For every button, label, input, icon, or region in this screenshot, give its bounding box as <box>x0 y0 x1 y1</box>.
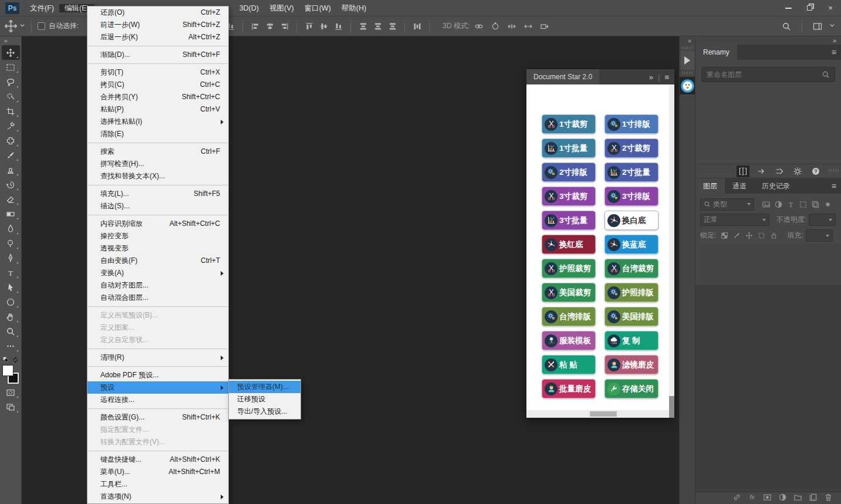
ds-button-batch-1in[interactable]: 1寸批量 <box>542 138 596 158</box>
menu-help[interactable]: 帮助(H) <box>336 4 371 12</box>
rename-layers-input[interactable]: 重命名图层 <box>701 67 835 82</box>
menu-item[interactable]: Adobe PDF 预设... <box>87 369 228 381</box>
menu-item[interactable]: 键盘快捷键...Alt+Shift+Ctrl+K <box>87 454 228 466</box>
menu-item[interactable]: 前进一步(W)Shift+Ctrl+Z <box>87 19 228 31</box>
expand-dock-icon[interactable]: » <box>833 37 836 44</box>
vertical-scrollbar[interactable] <box>669 84 674 410</box>
menu-item[interactable]: 粘贴(P)Ctrl+V <box>87 103 228 116</box>
camera3d-button[interactable] <box>537 19 552 33</box>
menu-item[interactable]: 颜色设置(G)...Shift+Ctrl+K <box>87 411 228 424</box>
blend-mode-dropdown[interactable]: 正常 <box>700 214 769 226</box>
ds-button-duplicate[interactable]: 复 制 <box>604 331 658 350</box>
menu-item[interactable]: 查找和替换文本(X)... <box>87 170 228 182</box>
menu-item[interactable]: 后退一步(K)Alt+Ctrl+Z <box>87 31 228 43</box>
menu-item[interactable]: 描边(S)... <box>87 200 228 212</box>
panel-grip[interactable] <box>828 169 839 172</box>
adjust-filter-button[interactable] <box>772 200 785 209</box>
menu-item[interactable]: 清除(E) <box>87 128 228 140</box>
panel-menu-icon[interactable]: ≡ <box>832 178 836 194</box>
crop-tool[interactable] <box>2 104 20 119</box>
help-button[interactable]: ? <box>809 165 822 177</box>
menu-item[interactable]: 预设 <box>87 381 228 394</box>
tab-renamy[interactable]: Renamy <box>695 45 737 60</box>
menu-item[interactable]: 内容识别缩放Alt+Shift+Ctrl+C <box>87 218 228 230</box>
roll3d-button[interactable] <box>488 19 502 33</box>
default-colors-icon[interactable] <box>3 357 8 362</box>
double-arrow-button[interactable] <box>773 165 786 177</box>
panel-grip[interactable] <box>682 46 693 49</box>
menu-item[interactable]: 透视变形 <box>87 242 228 255</box>
gear-button[interactable] <box>791 165 804 177</box>
screen-mode-button[interactable] <box>2 400 20 414</box>
ds-button-crop-2in[interactable]: 2寸裁剪 <box>604 138 658 158</box>
menu-item[interactable]: 选择性粘贴(I) <box>87 116 228 128</box>
lasso-tool[interactable] <box>2 75 20 89</box>
close-button[interactable]: × <box>820 0 841 16</box>
auto-select-checkbox[interactable] <box>38 22 45 30</box>
type-tool[interactable]: T <box>2 265 20 280</box>
menu-item[interactable]: 工具栏... <box>87 478 228 491</box>
mask-button[interactable] <box>763 493 772 504</box>
menu-item[interactable]: 远程连接... <box>87 394 228 406</box>
menu-item[interactable]: 填充(L)...Shift+F5 <box>87 188 228 200</box>
ds-button-taiwan-layout[interactable]: 台湾排版 <box>542 307 596 326</box>
ds-button-paste[interactable]: 粘 贴 <box>542 355 596 374</box>
link-button[interactable] <box>732 493 741 504</box>
ds-button-batch-3in[interactable]: 3寸批量 <box>542 211 596 230</box>
ds-button-layout-2in[interactable]: 2寸排版 <box>542 163 596 182</box>
newlayer-button[interactable] <box>809 493 818 504</box>
submenu-item[interactable]: 导出/导入预设... <box>229 405 300 418</box>
typeT-filter-button[interactable]: T <box>785 200 797 209</box>
layer-filter-dropdown[interactable]: 类型 <box>700 198 754 211</box>
zoom-tool[interactable] <box>2 324 20 339</box>
align-bottom-button[interactable] <box>331 19 346 33</box>
align-left-button[interactable] <box>248 19 262 33</box>
collapse-dock-icon[interactable]: « <box>680 36 695 45</box>
menu-3d[interactable]: 3D(D) <box>234 4 264 12</box>
ds-button-layout-1in[interactable]: 1寸排版 <box>604 114 658 134</box>
panel-menu-icon[interactable]: ≡ <box>664 73 669 82</box>
healing-brush-tool[interactable] <box>2 133 20 148</box>
path-selection-tool[interactable] <box>2 280 20 295</box>
move-tool[interactable] <box>2 45 20 60</box>
smartobj-filter-button[interactable] <box>809 200 822 209</box>
menu-item[interactable]: 自由变换(F)Ctrl+T <box>87 255 228 267</box>
blur-tool[interactable] <box>2 221 20 236</box>
search-icon[interactable] <box>782 22 791 31</box>
menu-item[interactable]: 拷贝(C)Ctrl+C <box>87 79 228 91</box>
menu-window[interactable]: 窗口(W) <box>299 4 336 12</box>
menu-item[interactable]: 清理(R) <box>87 351 228 364</box>
submenu-item[interactable]: 预设管理器(M)... <box>229 381 300 393</box>
ds-button-us-crop[interactable]: 美国裁剪 <box>542 283 596 302</box>
ds-button-taiwan-crop[interactable]: 台湾裁剪 <box>604 259 658 278</box>
foreground-color-swatch[interactable] <box>2 365 13 376</box>
menu-item[interactable]: 自动混合图层... <box>87 292 228 304</box>
ds-button-red-bg[interactable]: 换红底 <box>542 235 596 254</box>
menu-item[interactable]: 转换为配置文件(V)... <box>87 436 228 448</box>
gradient-tool[interactable] <box>2 207 20 221</box>
search-icon[interactable] <box>822 70 830 79</box>
ds-button-layout-3in[interactable]: 3寸排版 <box>604 187 658 206</box>
menu-item[interactable]: 变换(A) <box>87 267 228 279</box>
scrollbar-thumb[interactable] <box>669 396 674 410</box>
panel-menu-icon[interactable]: ≡ <box>832 45 836 60</box>
scrollbar-thumb[interactable] <box>590 411 617 417</box>
chevron-down-icon[interactable] <box>18 21 26 31</box>
double-chevron-icon[interactable]: » <box>649 73 653 82</box>
ds-button-filter-skin[interactable]: 滤镜磨皮 <box>604 355 658 374</box>
frame-filter-button[interactable] <box>797 200 809 209</box>
trash-button[interactable] <box>824 493 833 504</box>
actions-panel-button[interactable] <box>681 51 694 70</box>
adjust-button[interactable] <box>778 493 787 504</box>
menu-item[interactable]: 搜索Ctrl+F <box>87 146 228 158</box>
tab-channels[interactable]: 通道 <box>725 178 754 194</box>
submenu-item[interactable]: 迁移预设 <box>229 393 300 405</box>
lock-checker-button[interactable] <box>718 232 731 239</box>
ellipse-tool[interactable] <box>2 295 20 309</box>
bracket-cursor-button[interactable] <box>737 165 749 177</box>
color-swatches[interactable] <box>2 365 19 384</box>
restore-button[interactable] <box>799 0 820 16</box>
panel-grip[interactable] <box>682 72 693 75</box>
arrow-right-button[interactable] <box>755 165 768 177</box>
menu-item[interactable]: 合并拷贝(Y)Shift+Ctrl+C <box>87 91 228 103</box>
